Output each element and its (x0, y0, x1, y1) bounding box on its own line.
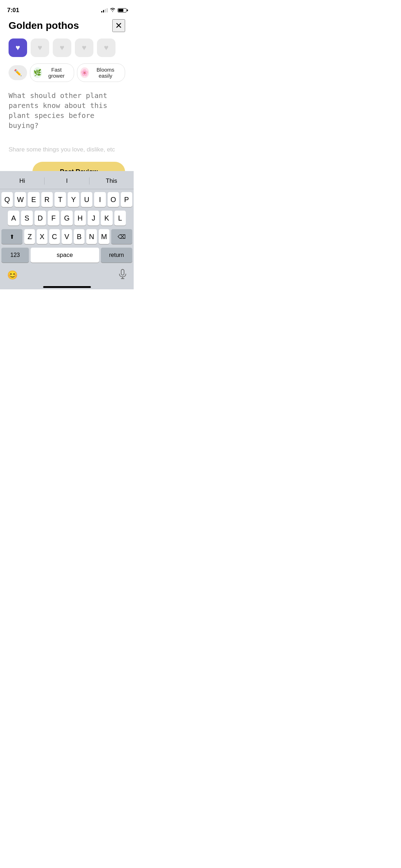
review-sub-text: Share some things you love, dislike, etc (9, 146, 125, 153)
heart-button-5[interactable]: ♥ (97, 38, 115, 57)
status-icons (101, 8, 127, 13)
key-a[interactable]: A (8, 211, 19, 226)
backspace-key[interactable]: ⌫ (111, 229, 132, 244)
keyboard-bottom-row: 123 space return (0, 248, 134, 265)
key-p[interactable]: P (121, 192, 132, 207)
close-button[interactable]: ✕ (112, 19, 125, 32)
key-m[interactable]: M (99, 229, 109, 244)
suggestion-hi[interactable]: Hi (0, 176, 44, 186)
heart-button-3[interactable]: ♥ (53, 38, 71, 57)
key-b[interactable]: B (74, 229, 84, 244)
key-f[interactable]: F (48, 211, 59, 226)
status-time: 7:01 (7, 7, 19, 14)
key-l[interactable]: L (114, 211, 126, 226)
key-c[interactable]: C (49, 229, 60, 244)
key-h[interactable]: H (74, 211, 86, 226)
svg-rect-0 (121, 269, 124, 275)
keyboard-suggestions: Hi I This (0, 174, 134, 189)
heart-icon-5: ♥ (104, 43, 108, 52)
signal-icon (101, 8, 108, 12)
key-j[interactable]: J (88, 211, 99, 226)
battery-icon (118, 8, 127, 12)
rating-row: ♥ ♥ ♥ ♥ ♥ (9, 38, 125, 57)
close-icon: ✕ (115, 21, 122, 31)
microphone-icon (119, 269, 127, 279)
key-row-2: A S D F G H J K L (1, 211, 132, 226)
key-u[interactable]: U (81, 192, 92, 207)
review-textarea[interactable] (9, 91, 125, 140)
page-header: Golden pothos ✕ (9, 19, 125, 32)
space-key[interactable]: space (31, 248, 99, 263)
keyboard: Hi I This Q W E R T Y U I O P A S D F G … (0, 171, 134, 289)
suggestion-i[interactable]: I (45, 176, 89, 186)
status-bar: 7:01 (0, 0, 134, 16)
fast-grower-label: Fast grower (45, 67, 68, 79)
key-n[interactable]: N (86, 229, 97, 244)
numbers-key[interactable]: 123 (1, 248, 29, 263)
key-g[interactable]: G (61, 211, 72, 226)
key-t[interactable]: T (55, 192, 66, 207)
key-i[interactable]: I (94, 192, 106, 207)
page-title: Golden pothos (9, 20, 79, 31)
heart-icon-2: ♥ (37, 43, 42, 52)
fast-grower-tag[interactable]: 🌿 Fast grower (30, 63, 74, 82)
key-q[interactable]: Q (1, 192, 13, 207)
wifi-icon (110, 8, 115, 13)
key-x[interactable]: X (37, 229, 47, 244)
key-w[interactable]: W (15, 192, 26, 207)
blooms-easily-tag[interactable]: 🌸 Blooms easily (77, 63, 125, 82)
heart-icon-3: ♥ (60, 43, 64, 52)
tags-row: ✏️ 🌿 Fast grower 🌸 Blooms easily (9, 63, 125, 82)
heart-button-1[interactable]: ♥ (9, 38, 27, 57)
blooms-easily-icon: 🌸 (80, 67, 89, 78)
key-d[interactable]: D (35, 211, 46, 226)
key-row-1: Q W E R T Y U I O P (1, 192, 132, 207)
heart-button-4[interactable]: ♥ (75, 38, 93, 57)
edit-tags-button[interactable]: ✏️ (9, 65, 27, 80)
key-y[interactable]: Y (68, 192, 79, 207)
pencil-icon: ✏️ (14, 69, 22, 77)
key-e[interactable]: E (28, 192, 39, 207)
keyboard-accessory: 😊 (0, 265, 134, 284)
key-o[interactable]: O (108, 192, 119, 207)
key-z[interactable]: Z (24, 229, 35, 244)
key-row-3: ⬆ Z X C V B N M ⌫ (1, 229, 132, 244)
blooms-easily-label: Blooms easily (92, 67, 119, 79)
key-s[interactable]: S (21, 211, 32, 226)
keyboard-rows: Q W E R T Y U I O P A S D F G H J K L ⬆ … (0, 189, 134, 244)
key-k[interactable]: K (101, 211, 112, 226)
home-indicator (43, 286, 91, 288)
key-r[interactable]: R (41, 192, 53, 207)
fast-grower-icon: 🌿 (33, 67, 42, 78)
key-v[interactable]: V (62, 229, 72, 244)
heart-icon-1: ♥ (15, 43, 20, 52)
heart-button-2[interactable]: ♥ (31, 38, 49, 57)
microphone-button[interactable] (119, 269, 127, 281)
suggestion-this[interactable]: This (89, 176, 134, 186)
shift-key[interactable]: ⬆ (1, 229, 22, 244)
main-content: Golden pothos ✕ ♥ ♥ ♥ ♥ ♥ ✏️ 🌿 Fast grow… (0, 16, 134, 153)
heart-icon-4: ♥ (82, 43, 86, 52)
return-key[interactable]: return (101, 248, 132, 263)
emoji-button[interactable]: 😊 (7, 270, 18, 280)
